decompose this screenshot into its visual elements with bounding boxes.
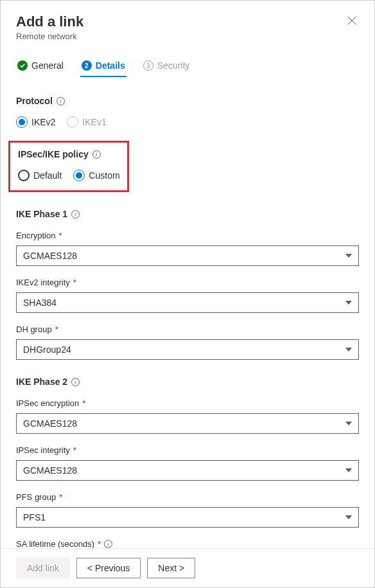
ipsec-policy-label: IPSec/IKE policy i <box>18 149 119 159</box>
heading-text: IKE Phase 2 <box>16 377 67 387</box>
tab-label: Details <box>96 60 125 71</box>
required-asterisk: * <box>98 539 101 549</box>
ike-phase-1-heading: IKE Phase 1 i <box>16 209 359 219</box>
footer: Add link < Previous Next > <box>1 548 374 587</box>
close-icon[interactable] <box>345 13 359 30</box>
radio-custom[interactable]: Custom <box>73 170 119 181</box>
radio-label: IKEv1 <box>82 117 106 127</box>
ike-phase-2-heading: IKE Phase 2 i <box>16 377 359 387</box>
info-icon[interactable]: i <box>71 378 80 386</box>
page-subtitle: Remote network <box>16 31 83 41</box>
info-icon[interactable]: i <box>92 150 101 159</box>
label-text: PFS group <box>16 492 56 502</box>
ipsec-integrity-select[interactable]: GCMAES128 <box>16 460 359 481</box>
ipsec-policy-highlight: IPSec/IKE policy i Default Custom <box>8 141 129 192</box>
heading-text: IKE Phase 1 <box>16 209 67 219</box>
pfs-group-label: PFS group * <box>16 492 359 502</box>
label-text: SA lifetime (seconds) <box>16 539 94 549</box>
label-text: Encryption <box>16 231 55 240</box>
tab-bar: General 2 Details 3 Security <box>16 57 359 78</box>
tab-label: Security <box>157 60 190 71</box>
dh-group-select[interactable]: DHGroup24 <box>16 339 359 360</box>
radio-default[interactable]: Default <box>18 170 62 181</box>
info-icon[interactable]: i <box>57 97 65 105</box>
ipsec-integrity-label: IPSec integrity * <box>16 445 359 455</box>
encryption-label: Encryption * <box>16 231 359 240</box>
radio-ikev1[interactable]: IKEv1 <box>67 116 106 128</box>
select-value: GCMAES128 <box>23 251 77 261</box>
radio-label: Custom <box>89 170 119 181</box>
radio-circle-icon <box>67 116 78 128</box>
pfs-group-select[interactable]: PFS1 <box>16 507 359 528</box>
dh-group-label: DH group * <box>16 325 359 334</box>
radio-ikev2[interactable]: IKEv2 <box>16 116 55 128</box>
required-asterisk: * <box>55 325 58 334</box>
select-value: PFS1 <box>23 512 46 522</box>
ipsec-encryption-label: IPSec encryption * <box>16 398 359 408</box>
select-value: GCMAES128 <box>23 465 77 476</box>
radio-label: IKEv2 <box>31 117 55 127</box>
previous-button[interactable]: < Previous <box>76 558 141 578</box>
add-link-button: Add link <box>16 558 70 578</box>
select-value: SHA384 <box>23 298 57 308</box>
step-number-icon: 3 <box>143 60 153 71</box>
info-icon[interactable]: i <box>71 210 80 218</box>
required-asterisk: * <box>59 492 62 502</box>
sa-lifetime-label: SA lifetime (seconds) * i <box>16 539 359 549</box>
tab-general[interactable]: General <box>16 57 65 77</box>
encryption-select[interactable]: GCMAES128 <box>16 245 359 266</box>
next-button[interactable]: Next > <box>147 558 195 578</box>
page-title: Add a link <box>16 13 83 30</box>
label-text: DH group <box>16 325 52 334</box>
required-asterisk: * <box>73 445 76 455</box>
required-asterisk: * <box>58 231 62 240</box>
tab-label: General <box>31 60 64 71</box>
label-text: IPSec encryption <box>16 398 79 408</box>
radio-circle-icon <box>73 170 85 181</box>
radio-label: Default <box>33 170 62 181</box>
tab-security[interactable]: 3 Security <box>142 57 191 77</box>
label-text: IPSec integrity <box>16 445 70 455</box>
label-text: IKEv2 integrity <box>16 278 70 287</box>
tab-details[interactable]: 2 Details <box>80 57 126 77</box>
ikev2-integrity-label: IKEv2 integrity * <box>16 278 359 287</box>
check-icon <box>17 60 28 71</box>
radio-circle-icon <box>16 116 28 128</box>
radio-circle-icon <box>18 170 30 181</box>
label-text: Protocol <box>16 96 53 106</box>
protocol-section-label: Protocol i <box>16 96 359 106</box>
label-text: IPSec/IKE policy <box>18 149 89 159</box>
select-value: GCMAES128 <box>23 418 77 429</box>
ikev2-integrity-select[interactable]: SHA384 <box>16 292 359 313</box>
required-asterisk: * <box>82 398 85 408</box>
ipsec-encryption-select[interactable]: GCMAES128 <box>16 413 359 434</box>
step-number-icon: 2 <box>82 60 92 71</box>
required-asterisk: * <box>73 278 76 287</box>
info-icon[interactable]: i <box>104 540 112 548</box>
select-value: DHGroup24 <box>23 344 71 355</box>
